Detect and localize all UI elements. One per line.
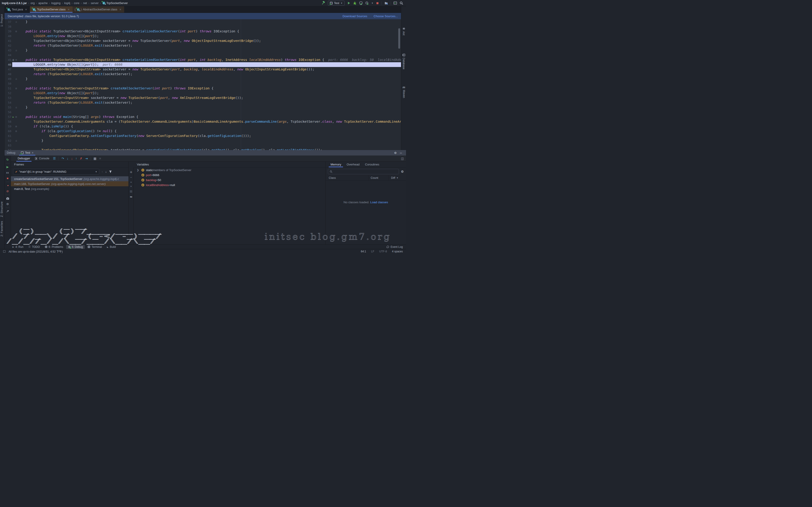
show-execution-point-icon[interactable]: ☰ (52, 157, 57, 160)
mute-breakpoints-icon[interactable]: ⊘ (5, 188, 11, 194)
code-line[interactable]: 43⌂ } (5, 48, 401, 53)
duplicate-icon[interactable]: ▤ (130, 190, 132, 193)
tab-console[interactable]: ❯Console (33, 156, 52, 162)
column-class[interactable]: Class (325, 175, 368, 180)
breadcrumb-item[interactable]: apache (38, 2, 48, 5)
breadcrumb-item[interactable]: server (91, 2, 99, 5)
variable-row[interactable]: plocalBindAddress = null (134, 182, 325, 187)
fold-marker-icon[interactable]: ⌂ (15, 105, 18, 110)
fold-marker-icon[interactable]: ⊟ (15, 29, 18, 34)
annotation-gutter-icon[interactable]: @ (12, 57, 15, 62)
toolwindow-button-todo[interactable]: ☰TODO (26, 245, 42, 249)
code-line[interactable]: 55⌂ } (5, 105, 401, 110)
code-line[interactable]: 53 TcpSocketServer<InputStream> socketSe… (5, 96, 401, 100)
search-everywhere-icon[interactable] (400, 1, 403, 5)
download-sources-link[interactable]: Download Sources (343, 14, 367, 18)
breadcrumb-item[interactable]: net (83, 2, 87, 5)
breadcrumb-item[interactable]: logging (51, 2, 60, 5)
code-line[interactable]: 48 return (TcpSocketServer)LOGGER.exit(s… (5, 72, 401, 76)
file-encoding[interactable]: UTF-8 (379, 250, 387, 253)
memory-search-input[interactable] (328, 169, 399, 174)
stop-button[interactable] (376, 2, 379, 5)
variable-row[interactable]: pport = 6666 (134, 172, 325, 177)
restore-layout-icon[interactable]: ◫ (401, 157, 406, 160)
code-line[interactable]: 60⊟ if (cla.getConfigLocation() != null)… (5, 129, 401, 133)
memory-tab-coroutines[interactable]: Coroutines (363, 162, 382, 167)
stack-frame-row[interactable]: main:188, TcpSocketServer (org.apache.lo… (11, 181, 129, 186)
hide-icon[interactable]: ─ (400, 151, 402, 155)
run-gutter-icon[interactable]: ▶ (12, 115, 15, 119)
build-hammer-icon[interactable] (321, 1, 325, 5)
memory-settings-gear-icon[interactable]: ⚙ (401, 170, 404, 173)
code-line[interactable]: 52 LOGGER.entry(new Object[]{port}); (5, 91, 401, 96)
editor-tab[interactable]: (C)AbstractSocketServer.class✕ (72, 6, 124, 13)
column-diff[interactable]: Diff▼ (389, 176, 406, 179)
tab-debugger[interactable]: Debugger (15, 156, 33, 162)
rerun-icon[interactable]: ↻ (5, 157, 11, 163)
frame-up-icon[interactable]: ↑ (101, 170, 103, 173)
event-log-button[interactable]: Event Log (386, 245, 406, 248)
code-line[interactable]: 47 TcpSocketServer<ObjectInputStream> so… (5, 67, 401, 72)
breadcrumb-current[interactable]: CTcpSocketServer (102, 2, 128, 5)
variable-row[interactable]: pbacklog = 50 (134, 177, 325, 182)
sidebar-item-maven[interactable]: mMaven (402, 86, 406, 98)
choose-sources-link[interactable]: Choose Sources... (373, 14, 398, 18)
code-line[interactable]: 51⊟ public static TcpSocketServer<InputS… (5, 86, 401, 91)
close-icon[interactable]: ✕ (25, 8, 27, 11)
fold-marker-icon[interactable]: ⌂ (15, 138, 18, 143)
load-classes-link[interactable]: Load classes (370, 201, 388, 204)
sidebar-item-1-project[interactable]: 1: Project (0, 14, 3, 27)
view-breakpoints-icon[interactable]: ●● (5, 183, 11, 188)
step-into-icon[interactable]: ↓ (65, 157, 70, 160)
fold-marker-icon[interactable]: ⊟ (15, 86, 18, 91)
editor-tab[interactable]: CTest.java✕ (5, 6, 30, 13)
add-watch-icon[interactable]: ＋ (130, 170, 133, 174)
evaluate-expression-icon[interactable]: ▦ (92, 157, 98, 160)
code-line[interactable]: 58 TcpSocketServer.CommandLineArguments … (5, 119, 401, 124)
code-line[interactable]: 61 ConfigurationFactory.setConfiguration… (5, 133, 401, 138)
thread-dump-camera-icon[interactable] (5, 195, 11, 201)
breadcrumb-item[interactable]: log4j (64, 2, 70, 5)
fold-marker-icon[interactable]: ⊟ (15, 57, 18, 62)
editor-scrollbar[interactable] (398, 28, 400, 49)
toolwindow-button-4-run[interactable]: ▶4: Run (10, 245, 26, 249)
close-icon[interactable]: ✕ (119, 8, 121, 11)
force-step-into-icon[interactable]: ↓ (70, 157, 74, 160)
move-down-icon[interactable]: ▼ (130, 185, 132, 188)
gear-icon[interactable]: ⚙ (394, 151, 397, 155)
sidebar-item-database[interactable]: Database (402, 53, 405, 69)
sidebar-item-ant[interactable]: Ant (402, 27, 405, 35)
code-line[interactable]: 42 return (TcpSocketServer)LOGGER.exit(s… (5, 43, 401, 48)
step-over-icon[interactable]: ↷ (60, 157, 65, 160)
run-to-cursor-icon[interactable]: ⇥ (84, 157, 89, 160)
variable-row[interactable]: ❯sstatic members of TcpSocketServer (134, 168, 325, 172)
code-line[interactable]: 45@⊟ public static TcpSocketServer<Objec… (5, 57, 401, 62)
toolwindow-button-terminal[interactable]: >Terminal (86, 245, 104, 249)
code-line[interactable]: 49⌂ } (5, 76, 401, 81)
code-line[interactable]: 64 TcpSocketServer<ObjectInputStream> tc… (5, 148, 401, 150)
stack-frame-row[interactable]: main:8, Test (org.example) (11, 186, 129, 191)
toolwindow-button-5-debug[interactable]: 5: Debug (66, 245, 85, 249)
code-line[interactable]: 57▶⊟ public static void main(String[] ar… (5, 115, 401, 119)
fold-marker-icon[interactable]: ⊟ (15, 129, 18, 133)
expand-chevron-icon[interactable]: ❯ (137, 169, 139, 172)
debug-session-tab[interactable]: Test ✕ (19, 150, 35, 156)
editor-tab[interactable]: CTcpSocketServer.class✕ (30, 6, 72, 13)
sidebar-item-2-favorites[interactable]: 2: Favorites (0, 221, 3, 236)
pause-icon[interactable]: ▮▮ (5, 170, 11, 175)
code-line[interactable]: 39⊟ public static TcpSocketServer<Object… (5, 29, 401, 34)
move-up-icon[interactable]: ▲ (130, 181, 132, 183)
code-editor[interactable]: 37⌂ }3839⊟ public static TcpSocketServer… (5, 19, 401, 150)
layout-settings-icon[interactable]: ≡ (98, 157, 102, 160)
step-out-icon[interactable]: ↑ (74, 157, 79, 160)
stack-frame-row[interactable]: createSerializedSocketServer:151, TcpSoc… (11, 176, 129, 181)
breadcrumb-root[interactable]: log4j-core-2.8.1.jar (2, 2, 27, 5)
filter-icon[interactable] (109, 170, 112, 173)
code-line[interactable]: 46 LOGGER.entry(new Object[]{port}); por… (5, 62, 401, 67)
debug-button[interactable] (353, 1, 357, 5)
indent-setting[interactable]: 4 spaces (392, 250, 403, 253)
code-line[interactable]: 37⌂ } (5, 19, 401, 24)
line-ending[interactable]: LF (371, 250, 374, 253)
project-structure-icon[interactable] (384, 1, 388, 5)
column-count[interactable]: Count (368, 175, 389, 180)
